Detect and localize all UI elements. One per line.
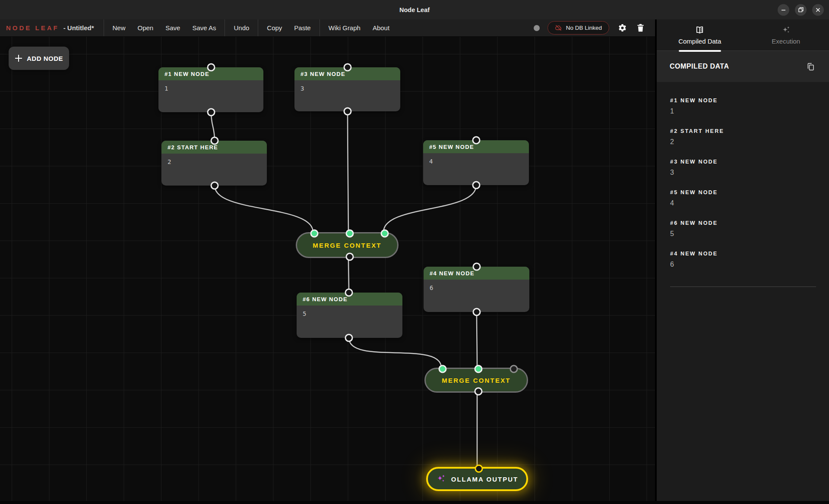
db-status-text: No DB Linked [566,25,602,31]
port-input-connected[interactable] [439,365,447,373]
list-item: #4 NEW NODE 6 [670,251,816,268]
plus-icon [15,54,22,62]
tab-execution[interactable]: Execution [743,19,829,50]
port-input[interactable] [211,137,219,145]
menu-item-open[interactable]: Open [132,19,160,36]
sidebar-tabbar: Compiled Data Execution [657,19,829,51]
connection-edge[interactable] [348,111,348,232]
node-1-value[interactable]: 1 [158,80,263,97]
trash-icon [636,23,645,32]
list-item: #5 NEW NODE 4 [670,189,816,207]
port-input-connected[interactable] [310,230,319,238]
port-input[interactable] [472,136,481,145]
delete-button[interactable] [636,22,645,33]
node-3[interactable]: #3 NEW NODE 3 [294,67,400,111]
item-label: #3 NEW NODE [670,159,816,165]
tab-compiled-data[interactable]: Compiled Data [657,19,743,50]
add-node-label: ADD NODE [27,55,63,62]
port-input-connected[interactable] [475,365,483,373]
menu-separator [225,19,225,36]
port-output[interactable] [345,334,353,342]
menu-separator [258,19,258,36]
window-controls [778,4,824,16]
port-input[interactable] [473,263,481,271]
window-title: Node Leaf [399,6,430,13]
menu-item-save[interactable]: Save [159,19,186,36]
node-2[interactable]: #2 START HERE 2 [161,141,267,186]
maximize-button[interactable] [795,4,807,16]
add-node-button[interactable]: ADD NODE [9,47,69,70]
port-output[interactable] [207,108,215,117]
item-label: #2 START HERE [670,128,816,134]
status-dot [534,25,540,31]
connection-edge[interactable] [349,338,441,368]
app-logo: NODE LEAF - Untitled* [0,24,94,32]
port-output[interactable] [475,387,483,396]
copy-button[interactable] [805,61,816,72]
item-label: #5 NEW NODE [670,189,816,195]
port-output[interactable] [211,182,219,190]
db-status-badge[interactable]: No DB Linked [547,21,609,35]
node-5-value[interactable]: 4 [423,153,529,170]
list-item: #2 START HERE 2 [670,128,816,146]
menu-item-new[interactable]: New [107,19,132,36]
compiled-data-list: #1 NEW NODE 1 #2 START HERE 2 #3 NEW NOD… [657,82,829,504]
node-canvas[interactable]: ADD NODE #1 NEW NODE 1 #3 NEW NODE 3 #2 … [0,37,655,504]
port-input[interactable] [207,63,215,72]
port-input-connected[interactable] [381,230,389,238]
item-label: #6 NEW NODE [670,220,816,226]
node-1[interactable]: #1 NEW NODE 1 [158,67,263,112]
tab-execution-label: Execution [772,38,800,45]
menu-item-wiki-graph[interactable]: Wiki Graph [323,19,367,36]
node-4-value[interactable]: 6 [424,280,529,296]
menu-item-paste[interactable]: Paste [288,19,316,36]
node-3-value[interactable]: 3 [294,80,400,97]
main-area: NODE LEAF - Untitled* New Open Save Save… [0,19,655,504]
right-sidebar: Compiled Data Execution COMPILED DATA [657,19,829,504]
port-input-empty[interactable] [510,365,518,373]
window-bottom-edge [0,501,829,504]
connection-edge[interactable] [477,312,477,368]
menu-item-save-as[interactable]: Save As [186,19,222,36]
port-input[interactable] [344,63,352,72]
menu-item-undo[interactable]: Undo [228,19,255,36]
restore-icon [798,7,804,13]
node-6-value[interactable]: 5 [297,306,402,322]
node-5[interactable]: #5 NEW NODE 4 [423,140,529,185]
port-input-connected[interactable] [346,230,354,238]
connection-edge[interactable] [215,186,313,232]
connection-edge[interactable] [383,185,476,232]
minimize-button[interactable] [778,4,789,16]
item-value: 4 [670,199,816,207]
menu-item-about[interactable]: About [367,19,396,36]
ollama-output-node[interactable]: OLLAMA OUTPUT [426,467,528,491]
close-icon [816,7,820,12]
node-6[interactable]: #6 NEW NODE 5 [297,293,402,338]
item-value: 3 [670,169,816,176]
port-input[interactable] [475,465,483,473]
workspace: NODE LEAF - Untitled* New Open Save Save… [0,19,829,504]
list-item: #1 NEW NODE 1 [670,98,816,115]
settings-button[interactable] [617,22,628,33]
port-input[interactable] [345,289,353,297]
cloud-off-icon [555,24,562,32]
connection-edge[interactable] [348,258,349,293]
port-output[interactable] [344,107,352,116]
panel-title: COMPILED DATA [670,63,729,70]
sparkles-icon [436,474,446,484]
document-name: - Untitled* [63,24,94,32]
ollama-output-label: OLLAMA OUTPUT [451,476,518,483]
close-button[interactable] [812,4,824,16]
port-output[interactable] [473,308,481,316]
list-divider [670,287,816,287]
port-output[interactable] [472,181,481,189]
node-2-value[interactable]: 2 [161,154,267,170]
merge-context-node-2[interactable]: MERGE CONTEXT [424,368,528,393]
node-4[interactable]: #4 NEW NODE 6 [424,267,529,312]
menu-item-copy[interactable]: Copy [261,19,288,36]
tab-compiled-data-label: Compiled Data [678,38,721,45]
list-item: #3 NEW NODE 3 [670,159,816,176]
merge-context-node-1[interactable]: MERGE CONTEXT [296,232,399,258]
title-bar[interactable]: Node Leaf [0,0,829,19]
port-output[interactable] [346,253,354,261]
